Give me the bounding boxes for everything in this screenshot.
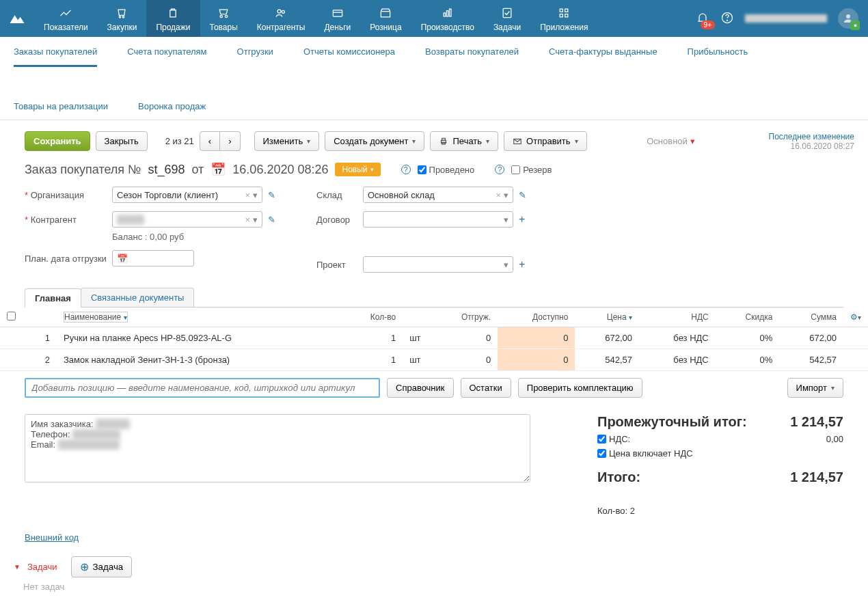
document-header: Заказ покупателя № st_698 от 📅 16.06.202… (0, 158, 868, 187)
subnav-commission-reports[interactable]: Отчеты комиссионера (303, 46, 395, 67)
calendar-icon[interactable]: 📅 (211, 162, 226, 177)
chevron-down-icon[interactable]: ▾ (504, 215, 508, 225)
create-document-button[interactable]: Создать документ ▾ (325, 131, 424, 151)
svg-point-3 (226, 15, 228, 17)
notifications-badge: 9+ (701, 21, 715, 29)
svg-point-0 (120, 16, 122, 18)
posted-checkbox[interactable] (418, 165, 426, 174)
chevron-down-icon[interactable]: ▾ (504, 190, 508, 200)
plus-icon[interactable]: + (519, 213, 525, 226)
plan-date-input[interactable]: 📅 (112, 250, 194, 267)
contract-label: Договор (316, 215, 357, 225)
warehouse-input[interactable]: Основной склад×▾ (363, 187, 513, 203)
reserve-checkbox[interactable] (511, 165, 520, 174)
notifications-icon[interactable]: 9+ (696, 11, 709, 27)
price-header-dropdown[interactable]: Цена ▾ (607, 312, 632, 322)
chevron-down-icon[interactable]: ▾ (253, 215, 258, 225)
nav-sales[interactable]: Продажи (146, 0, 200, 37)
subnav-profitability[interactable]: Прибыльность (688, 46, 748, 67)
org-label: Организация (31, 190, 84, 200)
reserve-label: Резерв (523, 165, 552, 175)
nav-production[interactable]: Производство (411, 0, 484, 37)
chevron-down-icon[interactable]: ▾ (504, 260, 508, 270)
pencil-icon[interactable]: ✎ (519, 190, 526, 200)
stock-button[interactable]: Остатки (461, 378, 511, 398)
pager-prev-button[interactable]: ‹ (200, 131, 220, 151)
doc-from: от (191, 163, 204, 177)
print-button[interactable]: Печать ▾ (430, 131, 498, 151)
subtotal-label: Промежуточный итог: (597, 414, 747, 430)
doc-number[interactable]: st_698 (148, 163, 185, 177)
notes-textarea[interactable]: Имя заказчика: x Телефон: x Email: x (25, 414, 530, 482)
subnav-issued-invoices[interactable]: Счета-фактуры выданные (549, 46, 657, 67)
project-input[interactable]: ▾ (363, 256, 513, 273)
add-item-input[interactable] (25, 378, 380, 398)
company-name[interactable] (745, 14, 827, 23)
type-selector[interactable]: Основной ▾ (647, 136, 695, 146)
subnav-shipments[interactable]: Отгрузки (237, 46, 273, 67)
sub-nav: Заказы покупателей Счета покупателям Отг… (0, 37, 868, 120)
price-includes-vat-checkbox[interactable] (597, 449, 606, 458)
tab-main[interactable]: Главная (25, 288, 81, 308)
close-icon[interactable]: × (242, 190, 253, 200)
svg-rect-19 (442, 138, 446, 140)
nav-retail[interactable]: Розница (360, 0, 411, 37)
vat-checkbox[interactable] (597, 435, 606, 444)
doc-date[interactable]: 16.06.2020 08:26 (232, 163, 328, 177)
subnav-sales-funnel[interactable]: Воронка продаж (138, 101, 206, 120)
tab-related[interactable]: Связанные документы (81, 288, 195, 307)
send-button[interactable]: Отправить ▾ (504, 131, 586, 151)
edit-button[interactable]: Изменить ▾ (254, 131, 320, 151)
shipped-header: Отгруж. (430, 308, 498, 327)
svg-point-4 (277, 10, 281, 13)
select-all-checkbox[interactable] (7, 312, 16, 321)
counterparty-input[interactable]: xxx×▾ (112, 211, 262, 228)
plus-icon[interactable]: + (519, 258, 525, 271)
pencil-icon[interactable]: ✎ (268, 215, 275, 225)
help-icon[interactable] (720, 11, 734, 27)
external-code-link[interactable]: Внешний код (25, 532, 79, 543)
pager-text: 2 из 21 (165, 136, 194, 146)
user-avatar[interactable] (838, 8, 858, 29)
chevron-down-icon[interactable]: ▾ (253, 190, 258, 200)
table-row[interactable]: 2Замок накладной Зенит-ЗН-1-3 (бронза)1ш… (0, 349, 868, 371)
subnav-consignment-goods[interactable]: Товары на реализации (14, 101, 108, 120)
org-input[interactable]: Сезон Торговли (клиент)×▾ (112, 187, 262, 203)
nav-goods[interactable]: Товары (200, 0, 247, 37)
reference-button[interactable]: Справочник (387, 378, 454, 398)
svg-rect-8 (446, 11, 448, 16)
subnav-invoices[interactable]: Счета покупателям (127, 46, 206, 67)
add-task-button[interactable]: ⊕Задача (71, 556, 133, 577)
nav-money[interactable]: Деньги (314, 0, 360, 37)
subnav-customer-orders[interactable]: Заказы покупателей (14, 46, 97, 67)
close-icon[interactable]: × (242, 215, 253, 225)
save-button[interactable]: Сохранить (25, 131, 90, 151)
pager-next-button[interactable]: › (220, 131, 240, 151)
close-icon[interactable]: × (493, 190, 504, 200)
nav-indicators[interactable]: Показатели (34, 0, 98, 37)
close-button[interactable]: Закрыть (96, 131, 148, 151)
status-badge[interactable]: Новый ▾ (335, 163, 380, 176)
import-button[interactable]: Импорт ▾ (787, 378, 843, 398)
pencil-icon[interactable]: ✎ (268, 190, 275, 200)
help-reserve-icon[interactable]: ? (495, 165, 504, 174)
nav-apps[interactable]: Приложения (530, 0, 597, 37)
collapse-icon[interactable]: ▼ (14, 563, 21, 571)
help-posted-icon[interactable]: ? (401, 165, 411, 174)
discount-header-dropdown[interactable]: Скидка (746, 312, 773, 322)
tasks-header[interactable]: Задачи (27, 562, 57, 572)
nav-counterparties[interactable]: Контрагенты (247, 0, 315, 37)
name-header-dropdown[interactable]: Наименование ▾ (64, 312, 128, 323)
nav-purchases[interactable]: Закупки (98, 0, 147, 37)
check-kit-button[interactable]: Проверить комплектацию (518, 378, 642, 398)
vat-value: 0,00 (826, 434, 843, 444)
nav-tasks[interactable]: Задачи (484, 0, 530, 37)
contract-input[interactable]: ▾ (363, 211, 513, 228)
doc-title-prefix: Заказ покупателя № (25, 163, 141, 177)
app-logo[interactable] (0, 0, 34, 37)
subnav-returns[interactable]: Возвраты покупателей (425, 46, 519, 67)
price-includes-vat-label: Цена включает НДС (609, 448, 693, 459)
svg-point-2 (220, 15, 222, 17)
gear-icon[interactable]: ⚙ (850, 312, 858, 322)
table-row[interactable]: 1Ручки на планке Apecs HP-85.0923-AL-G1ш… (0, 327, 868, 349)
